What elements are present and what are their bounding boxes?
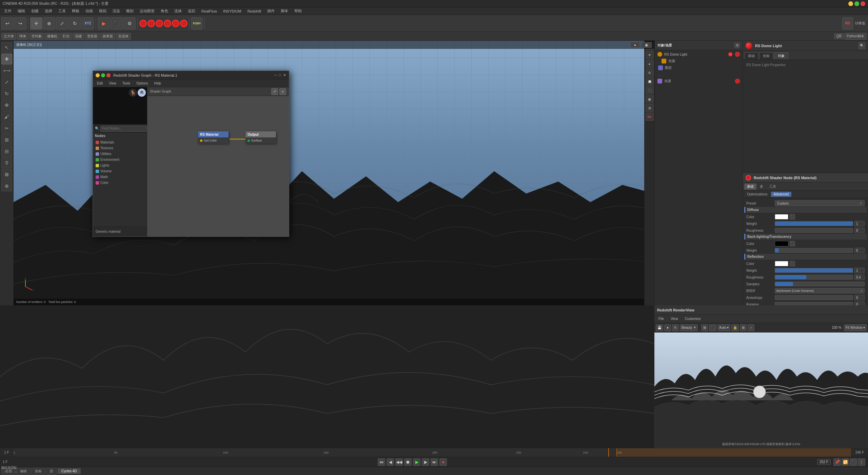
btn-more[interactable]: ⋮ <box>858 458 865 466</box>
tool-undo[interactable]: ↩ <box>1 17 14 30</box>
btn-loop[interactable]: 🔁 <box>842 458 849 466</box>
sidebar-transform[interactable]: ⟷ <box>1 65 12 76</box>
obj-rs-dome[interactable]: RS Dome Light <box>655 51 742 58</box>
diffuse-section[interactable]: Diffuse <box>744 207 867 213</box>
output-node[interactable]: Output Surface <box>245 131 276 144</box>
menu-plugins[interactable]: 插件 <box>264 8 277 14</box>
tab-edit[interactable]: 编辑 <box>16 468 31 475</box>
frame-display[interactable]: 252 F <box>817 459 831 465</box>
diffuse-weight-slider[interactable] <box>775 221 853 226</box>
refl-roughness-slider[interactable] <box>775 275 853 280</box>
sidebar-extrude[interactable]: ⊞ <box>1 134 12 145</box>
mat-tab-multi[interactable]: 多 <box>757 184 766 190</box>
sg-close-btn[interactable]: ✕ <box>106 73 111 77</box>
preset-dropdown[interactable]: Custom ▼ <box>775 200 865 206</box>
backlit-picker-btn[interactable]: ⬛ <box>790 241 795 246</box>
refl-rotation-input[interactable]: 0 <box>854 302 865 305</box>
mat-tab-basic[interactable]: 基础 <box>744 184 756 190</box>
prop-tab-coord[interactable]: 坐标 <box>759 52 773 59</box>
tool-camera[interactable]: 摄像机 <box>45 33 60 40</box>
sg-deer-icon[interactable]: 🦌 <box>129 89 137 97</box>
sidebar-weld[interactable]: ⊠ <box>1 169 12 180</box>
sg-maximize-btn[interactable]: □ <box>101 73 105 77</box>
menu-fluid[interactable]: 流体 <box>172 8 184 14</box>
sidebar-move[interactable]: ✜ <box>1 100 12 111</box>
backlit-weight-input[interactable]: 0 <box>854 248 865 253</box>
menu-create[interactable]: 创建 <box>28 8 41 14</box>
refl-weight-input[interactable]: 1 <box>854 268 865 273</box>
btn-next-frame[interactable]: ▶ <box>422 458 429 466</box>
vp-icon-3[interactable]: ● <box>646 60 654 68</box>
tool-spline[interactable]: 花键 <box>73 33 84 40</box>
xyz-toggle[interactable]: XYZ <box>82 17 94 30</box>
refl-samples-slider[interactable] <box>775 282 865 286</box>
tool-effector[interactable]: 效果器 <box>100 33 115 40</box>
backlit-weight-slider[interactable] <box>775 248 853 253</box>
menu-file[interactable]: 文件 <box>1 8 14 14</box>
sg-fit-btn[interactable]: ⤢ <box>271 88 278 95</box>
timeline-ruler[interactable]: 1 50 100 150 200 230 240 246 <box>14 448 851 457</box>
menu-script[interactable]: 脚本 <box>278 8 291 14</box>
obj-settings-btn[interactable]: ⚙ <box>734 43 740 48</box>
tool-rotate[interactable]: ↻ <box>69 17 81 30</box>
vp-icon-rs[interactable]: RS <box>646 113 654 121</box>
roughness-input[interactable]: 0 <box>854 228 865 233</box>
reflection-section[interactable]: Reflection <box>744 254 867 260</box>
sg-node-math[interactable]: Math <box>93 174 147 180</box>
rv-grid-btn[interactable]: ⊞ <box>740 324 747 331</box>
rv-save-btn[interactable]: 💾 <box>656 324 663 331</box>
sidebar-paint[interactable]: 🖌 <box>1 111 12 122</box>
sg-zoom-btn[interactable]: × <box>279 88 286 95</box>
sg-winbtn-close2[interactable]: ✕ <box>283 73 286 77</box>
roughness-slider[interactable] <box>775 228 853 233</box>
btn-marker[interactable]: 📌 <box>833 458 841 466</box>
tool-null[interactable]: 空对象 <box>29 33 44 40</box>
tab-cycles4d[interactable]: Cycles 4D <box>58 468 81 474</box>
rv-menu-customize[interactable]: Customize <box>682 316 704 321</box>
sidebar-magnet[interactable]: ⚲ <box>1 157 12 168</box>
tool-light[interactable]: 灯光 <box>60 33 72 40</box>
sg-node-utilities[interactable]: Utilities <box>93 151 147 157</box>
sidebar-bridge[interactable]: ⊟ <box>1 146 12 157</box>
tool-render-region[interactable]: ⬛ <box>111 17 123 30</box>
tab-coord[interactable]: 坐标 <box>31 468 45 475</box>
sg-canvas[interactable]: Shader Graph ⤢ × RS Material <box>147 87 289 236</box>
obj-l9[interactable]: 光源 <box>655 78 742 84</box>
rv-fit-dropdown[interactable]: Fit Window ▾ <box>844 324 867 331</box>
diffuse-weight-input[interactable]: 1 <box>854 221 865 226</box>
rv-beauty-dropdown[interactable]: Beauty ▼ <box>680 324 698 331</box>
menu-mograph[interactable]: 运动图形 <box>137 8 157 14</box>
menu-edit[interactable]: 编辑 <box>15 8 28 14</box>
sg-node-volume[interactable]: Volume <box>93 168 147 174</box>
sg-find-input[interactable] <box>100 126 147 132</box>
sidebar-add[interactable]: ✛ <box>1 54 12 64</box>
sidebar-rotate[interactable]: ↻ <box>1 88 12 99</box>
rs-button[interactable]: RS <box>842 17 853 30</box>
sg-winbtn-min2[interactable]: ─ <box>274 73 277 77</box>
tool-scale[interactable]: ⤢ <box>56 17 68 30</box>
rv-stop-btn[interactable]: ● <box>664 324 671 331</box>
menu-redshift[interactable]: Redshift <box>245 8 264 14</box>
obj-light[interactable]: 光源 <box>655 58 742 64</box>
sg-menu-help[interactable]: Help <box>152 81 164 86</box>
backlit-color-swatch[interactable] <box>775 241 788 246</box>
menu-insydium[interactable]: INSYDIUM <box>220 8 244 14</box>
sg-node-environment[interactable]: Environment <box>93 157 147 163</box>
btn-play-back[interactable]: ◀◀ <box>395 458 403 466</box>
sg-menu-tools[interactable]: Tools <box>120 81 133 86</box>
vp-icon-7[interactable]: ▣ <box>646 95 654 103</box>
sg-menu-options[interactable]: Options <box>134 81 151 86</box>
header-search-btn[interactable]: 🔍 <box>859 42 865 49</box>
btn-autokey[interactable]: ⚫ <box>850 458 857 466</box>
sg-menu-view[interactable]: View <box>106 81 119 86</box>
sg-node-materials[interactable]: Materials <box>93 139 147 145</box>
refl-rotation-slider[interactable] <box>775 302 853 305</box>
tool-cube[interactable]: 立方体 <box>1 33 16 40</box>
refl-weight-slider[interactable] <box>775 268 853 273</box>
refl-roughness-input[interactable]: 0.4 <box>854 274 865 280</box>
tool-select[interactable]: ✛ <box>30 17 42 30</box>
rv-menu-view[interactable]: View <box>668 316 681 321</box>
tool-render[interactable]: ▶ <box>98 17 110 30</box>
btn-stop[interactable]: ⏹ <box>404 458 412 466</box>
viewport-display-btn[interactable]: ▣ <box>641 42 652 48</box>
